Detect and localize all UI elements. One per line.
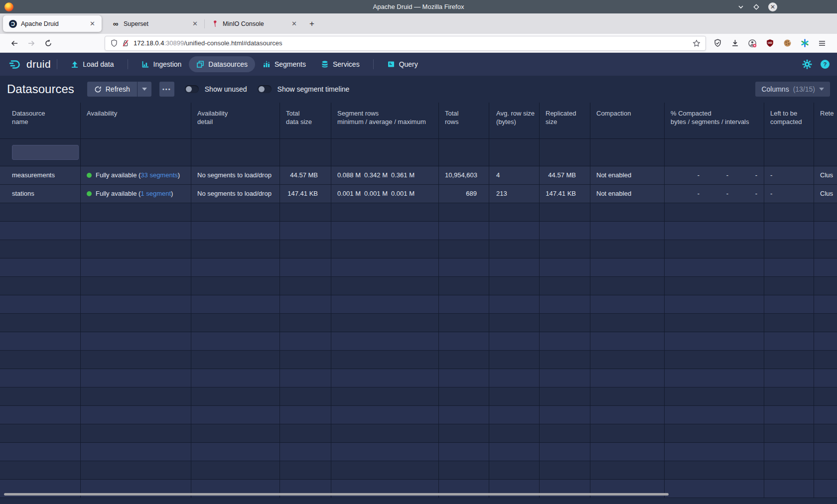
refresh-dropdown-button[interactable] [138, 82, 151, 97]
nav-item-load-data[interactable]: Load data [63, 56, 121, 72]
firefox-window: Apache Druid — Mozilla Firefox ✕ Ɔ Apach… [0, 0, 837, 504]
column-header-datasource-name[interactable]: Datasourcename [6, 103, 81, 138]
horizontal-scrollbar[interactable] [4, 493, 669, 496]
column-header-left-to-be-compacted[interactable]: Left to becompacted [764, 103, 814, 138]
column-header-retention[interactable]: Rete [814, 103, 837, 138]
show-unused-toggle[interactable]: Show unused [185, 85, 247, 93]
total-rows-cell: 689 [439, 185, 489, 203]
column-header-total-rows[interactable]: Totalrows [439, 103, 489, 138]
empty-table-row [0, 314, 837, 332]
columns-label: Columns [761, 85, 789, 93]
segments-icon [263, 60, 271, 68]
segments-link[interactable]: 1 segment [140, 190, 171, 197]
column-header-replicated-size[interactable]: Replicatedsize [540, 103, 590, 138]
toggle-label: Show segment timeline [278, 85, 350, 93]
account-icon[interactable] [744, 36, 761, 51]
empty-table-row [0, 406, 837, 424]
browser-toolbar: 172.18.0.4:30899/unified-console.html#da… [0, 34, 837, 53]
reload-button[interactable] [40, 36, 57, 51]
ingestion-icon [141, 60, 149, 68]
shield-check-icon[interactable] [709, 36, 726, 51]
extension-asterisk-icon[interactable] [796, 36, 813, 51]
url-bar[interactable]: 172.18.0.4:30899/unified-console.html#da… [105, 36, 706, 51]
available-status-dot [87, 173, 92, 178]
datasource-name-cell[interactable]: stations [6, 185, 81, 203]
ublock-origin-icon[interactable]: UO [761, 36, 778, 51]
nav-divider [128, 59, 128, 69]
tab-apache-druid[interactable]: Ɔ Apache Druid ✕ [3, 15, 102, 32]
segment-rows-cell: 0.088 M0.342 M0.361 M [331, 166, 439, 184]
nav-item-segments[interactable]: Segments [255, 56, 313, 72]
retention-cell: Clus [814, 185, 837, 203]
nav-item-services[interactable]: Services [313, 56, 367, 72]
forward-button[interactable] [23, 36, 40, 51]
nav-item-label: Services [333, 60, 360, 68]
more-actions-button[interactable]: ••• [159, 82, 174, 97]
tab-close-icon[interactable]: ✕ [87, 19, 98, 28]
segments-link[interactable]: 33 segments [140, 171, 177, 179]
services-icon [321, 60, 329, 68]
toggle-track[interactable] [258, 85, 272, 93]
tab-close-icon[interactable]: ✕ [289, 19, 299, 28]
table-row-stations[interactable]: stations Fully available (1 segment) No … [0, 185, 837, 203]
datasource-name-cell[interactable]: measurements [6, 166, 81, 184]
url-port: :30899 [164, 39, 184, 47]
column-header-compaction[interactable]: Compaction [590, 103, 665, 138]
insecure-lock-icon[interactable] [122, 39, 130, 47]
table-row-measurements[interactable]: measurements Fully available (33 segment… [0, 166, 837, 185]
columns-button[interactable]: Columns (13/15) [755, 82, 830, 97]
toggle-track[interactable] [185, 85, 199, 93]
pct-compacted-cell: --- [665, 166, 764, 184]
toggle-label: Show unused [205, 85, 247, 93]
url-host: 172.18.0.4 [134, 39, 164, 47]
refresh-button[interactable]: Refresh [87, 82, 137, 97]
column-header-availability-detail[interactable]: Availabilitydetail [191, 103, 280, 138]
settings-gear-icon[interactable] [802, 59, 812, 69]
new-tab-button[interactable]: + [309, 19, 314, 29]
superset-favicon: ∞ [112, 20, 120, 28]
menu-icon[interactable] [814, 36, 831, 51]
back-button[interactable] [6, 36, 23, 51]
downloads-icon[interactable] [726, 36, 743, 51]
datasources-table: Datasourcename Availability Availability… [0, 103, 837, 498]
total-data-size-cell: 44.57 MB [280, 166, 331, 184]
column-header-avg-row-size[interactable]: Avg. row size(bytes) [489, 103, 540, 138]
pct-compacted-cell: --- [665, 185, 764, 203]
empty-table-row [0, 277, 837, 295]
show-segment-timeline-toggle[interactable]: Show segment timeline [258, 85, 350, 93]
tab-minio-console[interactable]: MinIO Console ✕ [205, 15, 303, 32]
column-header-availability[interactable]: Availability [81, 103, 191, 138]
replicated-size-cell: 147.41 KB [540, 185, 590, 203]
available-status-dot [87, 191, 92, 196]
retention-cell: Clus [814, 166, 837, 184]
close-icon[interactable]: ✕ [768, 2, 777, 11]
total-rows-cell: 10,954,603 [439, 166, 489, 184]
druid-logo[interactable]: druid [8, 57, 51, 72]
chevron-down-icon [819, 88, 824, 91]
column-header-total-data-size[interactable]: Totaldata size [280, 103, 331, 138]
segment-rows-cell: 0.001 M0.001 M0.001 M [331, 185, 439, 203]
help-icon[interactable]: ? [820, 59, 830, 69]
tab-close-icon[interactable]: ✕ [190, 19, 200, 28]
datasource-name-filter-input[interactable] [12, 145, 79, 160]
nav-item-query[interactable]: Query [380, 56, 425, 72]
tab-superset[interactable]: ∞ Superset ✕ [106, 15, 204, 32]
maximize-icon[interactable] [753, 3, 760, 10]
empty-table-row [0, 369, 837, 387]
minimize-icon[interactable] [737, 3, 744, 10]
column-header-segment-rows[interactable]: Segment rowsminimum / average / maximum [331, 103, 439, 138]
refresh-button-group: Refresh [87, 82, 151, 97]
empty-table-row [0, 203, 837, 222]
empty-table-row [0, 461, 837, 480]
nav-item-ingestion[interactable]: Ingestion [134, 56, 189, 72]
tab-bar: Ɔ Apache Druid ✕ ∞ Superset ✕ MinIO Cons… [0, 13, 837, 34]
nav-item-label: Query [399, 60, 418, 68]
bookmark-star-icon[interactable] [693, 39, 700, 47]
empty-table-row [0, 240, 837, 258]
cookie-extension-icon[interactable] [779, 36, 796, 51]
druid-brand-text: druid [26, 58, 51, 70]
tracking-protection-shield-icon[interactable] [110, 39, 118, 47]
tab-label: Apache Druid [21, 20, 83, 27]
nav-item-datasources[interactable]: Datasources [189, 56, 255, 72]
column-header-pct-compacted[interactable]: % Compactedbytes / segments / intervals [665, 103, 764, 138]
